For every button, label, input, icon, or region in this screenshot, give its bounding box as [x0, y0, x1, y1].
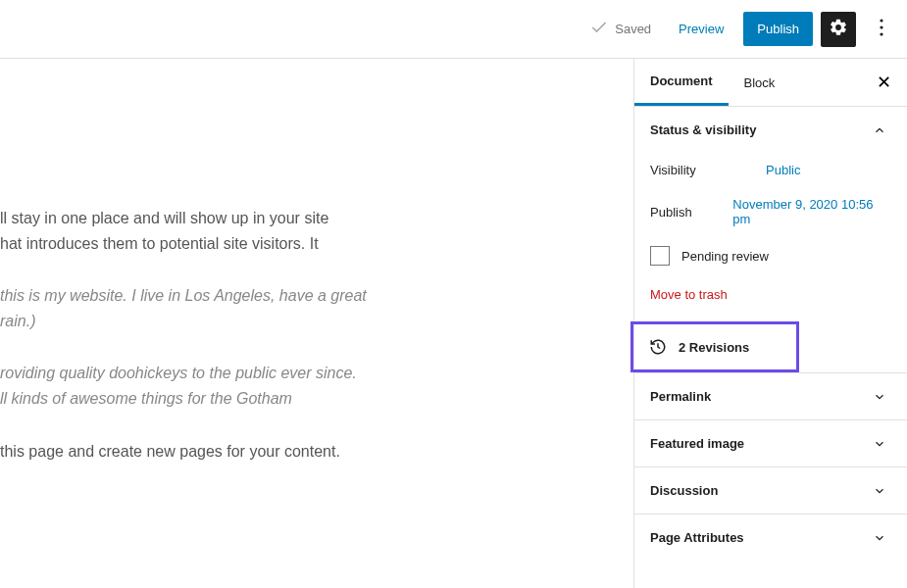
- chevron-down-icon: [868, 484, 891, 498]
- visibility-row: Visibility Public: [650, 153, 891, 187]
- panel-title: Status & visibility: [650, 122, 756, 137]
- settings-sidebar: Document Block ✕ Status & visibility Vis…: [633, 59, 907, 588]
- panel-status-visibility: Status & visibility Visibility Public Pu…: [634, 106, 907, 321]
- editor-line: this page and create new pages for your …: [0, 443, 340, 460]
- sidebar-tabs: Document Block ✕: [634, 59, 907, 106]
- editor-line: ll kinds of awesome things for the Gotha…: [0, 390, 292, 407]
- move-to-trash-row: Move to trash: [650, 275, 891, 306]
- top-toolbar: Saved Preview Publish: [0, 0, 907, 59]
- move-to-trash-link[interactable]: Move to trash: [650, 287, 728, 302]
- panel-header-status-visibility[interactable]: Status & visibility: [634, 107, 907, 153]
- tab-document[interactable]: Document: [634, 59, 729, 106]
- panel-body-status-visibility: Visibility Public Publish November 9, 20…: [634, 153, 907, 321]
- panel-discussion: Discussion: [634, 466, 907, 514]
- panel-title: Page Attributes: [650, 530, 744, 545]
- pending-review-checkbox[interactable]: [650, 246, 670, 266]
- kebab-icon: [880, 19, 883, 39]
- main-layout: ll stay in one place and will show up in…: [0, 59, 907, 588]
- svg-point-1: [880, 25, 882, 28]
- editor-line: rain.): [0, 313, 35, 329]
- panel-header-featured-image[interactable]: Featured image: [634, 420, 907, 466]
- revisions-label: 2 Revisions: [679, 340, 749, 355]
- chevron-down-icon: [868, 531, 891, 545]
- panel-featured-image: Featured image: [634, 419, 907, 466]
- visibility-value[interactable]: Public: [766, 163, 800, 177]
- panel-header-discussion[interactable]: Discussion: [634, 467, 907, 514]
- publish-row: Publish November 9, 2020 10:56 pm: [650, 187, 891, 236]
- close-sidebar-button[interactable]: ✕: [860, 59, 907, 106]
- editor-content[interactable]: ll stay in one place and will show up in…: [0, 59, 633, 588]
- saved-indicator: Saved: [589, 18, 651, 40]
- tab-block[interactable]: Block: [729, 59, 791, 106]
- svg-point-2: [880, 32, 882, 35]
- panel-title: Permalink: [650, 389, 711, 404]
- history-icon: [649, 338, 667, 356]
- panel-header-page-attributes[interactable]: Page Attributes: [634, 514, 907, 561]
- publish-button[interactable]: Publish: [743, 12, 813, 46]
- editor-line: roviding quality doohickeys to the publi…: [0, 365, 357, 381]
- panel-page-attributes: Page Attributes: [634, 514, 907, 561]
- publish-date-value[interactable]: November 9, 2020 10:56 pm: [732, 197, 891, 226]
- panel-title: Featured image: [650, 436, 744, 451]
- panel-header-permalink[interactable]: Permalink: [634, 373, 907, 419]
- saved-label: Saved: [615, 22, 651, 36]
- panel-permalink: Permalink: [634, 372, 907, 419]
- settings-button[interactable]: [821, 12, 856, 47]
- chevron-down-icon: [868, 437, 891, 451]
- editor-line: hat introduces them to potential site vi…: [0, 235, 319, 252]
- chevron-down-icon: [868, 390, 891, 404]
- editor-line: ll stay in one place and will show up in…: [0, 210, 328, 226]
- gear-icon: [829, 18, 848, 40]
- pending-review-label: Pending review: [681, 249, 769, 264]
- svg-point-0: [880, 19, 882, 22]
- publish-label: Publish: [650, 205, 732, 220]
- chevron-up-icon: [868, 123, 891, 137]
- editor-line: this is my website. I live in Los Angele…: [0, 287, 367, 304]
- preview-button[interactable]: Preview: [667, 14, 735, 44]
- visibility-label: Visibility: [650, 163, 734, 177]
- more-options-button[interactable]: [864, 12, 899, 47]
- panel-title: Discussion: [650, 483, 718, 498]
- revisions-panel[interactable]: 2 Revisions: [630, 321, 799, 372]
- close-icon: ✕: [877, 72, 891, 93]
- pending-review-row: Pending review: [650, 236, 891, 275]
- check-icon: [589, 18, 609, 40]
